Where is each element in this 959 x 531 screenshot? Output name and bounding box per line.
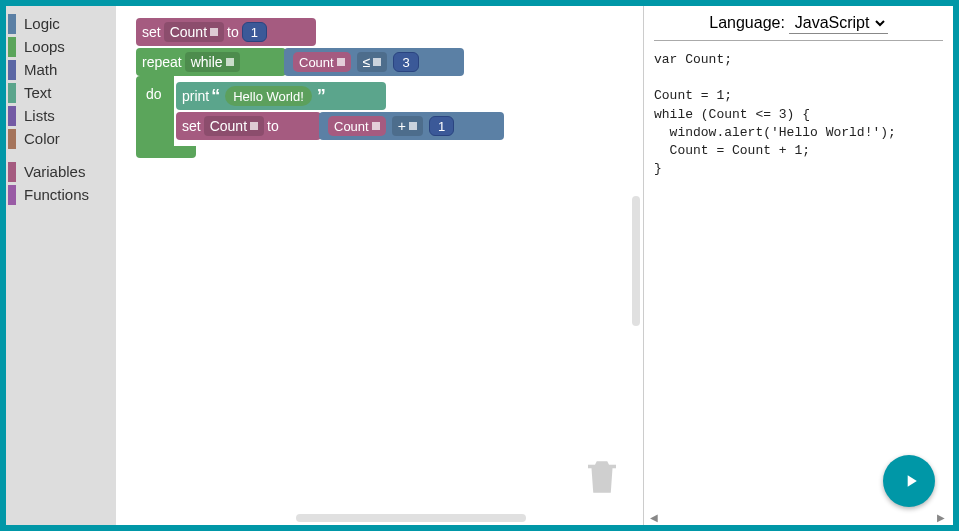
scroll-right-icon: ▶ bbox=[937, 512, 947, 522]
code-hscrollbar[interactable]: ◀ ▶ bbox=[650, 512, 947, 522]
var-dropdown[interactable]: Count bbox=[204, 116, 264, 136]
mode-dropdown[interactable]: while bbox=[185, 52, 240, 72]
category-label: Variables bbox=[24, 163, 85, 180]
category-functions[interactable]: Functions bbox=[6, 183, 116, 206]
do-label: do bbox=[146, 86, 162, 102]
workspace[interactable]: set Count to 1 repeat while Count ≤ 3 do… bbox=[116, 6, 643, 525]
play-icon bbox=[901, 471, 921, 491]
dropdown-icon bbox=[250, 122, 258, 130]
scroll-left-icon: ◀ bbox=[650, 512, 660, 522]
category-label: Math bbox=[24, 61, 57, 78]
category-logic[interactable]: Logic bbox=[6, 12, 116, 35]
print-label: print bbox=[182, 88, 209, 104]
block-add[interactable]: Count + 1 bbox=[319, 112, 504, 140]
run-button[interactable] bbox=[883, 455, 935, 507]
workspace-vscrollbar[interactable] bbox=[632, 196, 640, 326]
var-dropdown[interactable]: Count bbox=[293, 52, 351, 72]
number-input[interactable]: 3 bbox=[393, 52, 418, 72]
var-dropdown[interactable]: Count bbox=[164, 22, 224, 42]
category-label: Text bbox=[24, 84, 52, 101]
to-label: to bbox=[227, 24, 239, 40]
trash-icon[interactable] bbox=[581, 452, 623, 505]
category-label: Logic bbox=[24, 15, 60, 32]
quote-close-icon: ” bbox=[317, 86, 326, 107]
dropdown-icon bbox=[372, 122, 380, 130]
op-dropdown[interactable]: + bbox=[392, 116, 423, 136]
dropdown-icon bbox=[337, 58, 345, 66]
block-print[interactable]: print “ Hello World! ” bbox=[176, 82, 386, 110]
repeat-label: repeat bbox=[142, 54, 182, 70]
category-color[interactable]: Color bbox=[6, 127, 116, 150]
text-input[interactable]: Hello World! bbox=[225, 86, 312, 106]
block-set-count-1[interactable]: set Count to 1 bbox=[136, 18, 316, 46]
category-label: Functions bbox=[24, 186, 89, 203]
block-compare[interactable]: Count ≤ 3 bbox=[284, 48, 464, 76]
dropdown-icon bbox=[373, 58, 381, 66]
generated-code: var Count; Count = 1; while (Count <= 3)… bbox=[644, 47, 953, 182]
block-set-count-incr[interactable]: set Count to bbox=[176, 112, 321, 140]
set-label: set bbox=[182, 118, 201, 134]
number-input[interactable]: 1 bbox=[429, 116, 454, 136]
category-variables[interactable]: Variables bbox=[6, 160, 116, 183]
category-text[interactable]: Text bbox=[6, 81, 116, 104]
set-label: set bbox=[142, 24, 161, 40]
category-label: Loops bbox=[24, 38, 65, 55]
category-math[interactable]: Math bbox=[6, 58, 116, 81]
toolbox: Logic Loops Math Text Lists Color Variab… bbox=[6, 6, 116, 525]
loop-body-foot bbox=[136, 146, 196, 158]
category-label: Color bbox=[24, 130, 60, 147]
category-lists[interactable]: Lists bbox=[6, 104, 116, 127]
dropdown-icon bbox=[210, 28, 218, 36]
language-label: Language: bbox=[709, 14, 785, 31]
var-dropdown[interactable]: Count bbox=[328, 116, 386, 136]
language-row: Language: JavaScript bbox=[644, 6, 953, 40]
divider bbox=[654, 40, 943, 41]
number-input[interactable]: 1 bbox=[242, 22, 267, 42]
op-dropdown[interactable]: ≤ bbox=[357, 52, 388, 72]
dropdown-icon bbox=[409, 122, 417, 130]
language-select[interactable]: JavaScript bbox=[789, 12, 888, 34]
dropdown-icon bbox=[226, 58, 234, 66]
workspace-hscrollbar[interactable] bbox=[296, 514, 526, 522]
app-frame: Logic Loops Math Text Lists Color Variab… bbox=[0, 0, 959, 531]
code-panel: Language: JavaScript var Count; Count = … bbox=[643, 6, 953, 525]
category-loops[interactable]: Loops bbox=[6, 35, 116, 58]
quote-open-icon: “ bbox=[211, 86, 220, 107]
to-label: to bbox=[267, 118, 279, 134]
category-label: Lists bbox=[24, 107, 55, 124]
block-repeat-while[interactable]: repeat while bbox=[136, 48, 286, 76]
